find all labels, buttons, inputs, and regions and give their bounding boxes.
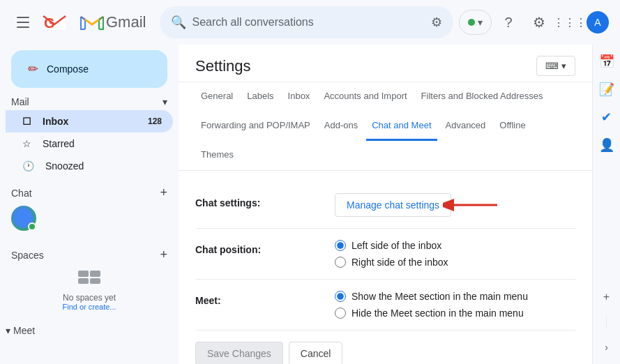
starred-label: Starred — [43, 138, 75, 149]
meet-show-radio[interactable] — [335, 291, 346, 302]
sidebar-item-inbox[interactable]: ☐ Inbox 128 — [6, 110, 173, 132]
position-left-option[interactable]: Left side of the inbox — [335, 240, 575, 251]
add-space-icon[interactable]: + — [160, 248, 167, 262]
chat-settings-label: Chat settings: — [195, 193, 335, 208]
expand-icon[interactable]: + — [596, 286, 618, 308]
tab-labels[interactable]: Labels — [241, 82, 279, 112]
gmail-m-icon: G — [40, 8, 68, 36]
mail-section-header[interactable]: Mail ▾ — [6, 93, 173, 110]
chat-section: Chat + — [0, 177, 179, 239]
find-spaces-link[interactable]: Find or create... — [62, 303, 116, 311]
svg-text:G: G — [44, 15, 55, 31]
red-arrow-annotation — [443, 195, 499, 215]
chat-settings-value: Manage chat settings — [335, 193, 575, 217]
tab-general[interactable]: General — [195, 82, 239, 112]
mail-section: Mail ▾ ☐ Inbox 128 ☆ Starred 🕐 Snooz — [0, 93, 179, 177]
arrow-container: Manage chat settings — [335, 193, 575, 217]
compose-label: Compose — [47, 63, 89, 75]
chevron-icon: ▾ — [162, 96, 167, 107]
meet-options: Show the Meet section in the main menu H… — [335, 291, 575, 319]
cancel-button[interactable]: Cancel — [289, 342, 343, 364]
spaces-header[interactable]: Spaces + — [6, 245, 173, 265]
help-icon[interactable]: ? — [494, 8, 522, 36]
add-chat-icon[interactable]: + — [160, 185, 167, 200]
position-right-label: Right side of the inbox — [351, 257, 448, 268]
settings-title: Settings — [195, 57, 251, 75]
starred-left: ☆ Starred — [22, 138, 75, 149]
tab-forwarding[interactable]: Forwarding and POP/IMAP — [195, 112, 316, 141]
tab-advanced[interactable]: Advanced — [440, 112, 492, 141]
filter-icon[interactable]: ⚙ — [431, 15, 442, 30]
avatar[interactable]: A — [587, 11, 609, 33]
contacts-panel-icon[interactable]: 👤 — [596, 134, 618, 156]
clock-icon: 🕐 — [22, 160, 34, 172]
meet-row: Meet: Show the Meet section in the main … — [195, 280, 575, 331]
manage-chat-settings-button[interactable]: Manage chat settings — [335, 193, 451, 217]
meet-hide-radio[interactable] — [335, 308, 346, 319]
main-layout: ✏ Compose Mail ▾ ☐ Inbox 128 ☆ Starred — [0, 45, 620, 364]
settings-header: Settings ⌨ ▾ — [179, 45, 592, 82]
menu-icon[interactable] — [11, 11, 35, 33]
right-panel: 📅 📝 ✔ 👤 + › — [592, 45, 620, 364]
position-right-option[interactable]: Right side of the inbox — [335, 257, 575, 268]
no-spaces-text: No spaces yet — [63, 293, 116, 303]
sidebar: ✏ Compose Mail ▾ ☐ Inbox 128 ☆ Starred — [0, 45, 179, 364]
settings-content-area: Settings ⌨ ▾ General Labels Inbox Accoun… — [179, 45, 592, 364]
gmail-text: Gmail — [106, 13, 146, 31]
inbox-left: ☐ Inbox — [22, 116, 68, 127]
meet-hide-option[interactable]: Hide the Meet section in the main menu — [335, 308, 575, 319]
search-bar: 🔍 ⚙ — [160, 6, 453, 38]
inbox-label: Inbox — [43, 116, 68, 127]
spaces-section: Spaces + No spaces yet Find or create... — [0, 239, 179, 322]
chevron-down-icon: ▾ — [478, 17, 483, 28]
tab-addons[interactable]: Add-ons — [319, 112, 363, 141]
star-icon: ☆ — [22, 138, 31, 149]
tab-filters[interactable]: Filters and Blocked Addresses — [416, 82, 549, 112]
notes-panel-icon[interactable]: 📝 — [596, 78, 618, 100]
settings-icon[interactable]: ⚙ — [525, 8, 553, 36]
mail-label: Mail — [11, 96, 29, 107]
keyboard-shortcuts-button[interactable]: ⌨ ▾ — [536, 56, 575, 76]
gmail-brand: Gmail — [80, 13, 146, 32]
calendar-panel-icon[interactable]: 📅 — [596, 50, 618, 73]
no-spaces: No spaces yet Find or create... — [6, 265, 173, 317]
meet-show-option[interactable]: Show the Meet section in the main menu — [335, 291, 575, 302]
compose-button[interactable]: ✏ Compose — [11, 50, 167, 88]
chevron-right-icon[interactable]: › — [596, 336, 618, 358]
tab-inbox[interactable]: Inbox — [282, 82, 316, 112]
apps-icon[interactable]: ⋮⋮⋮ — [556, 8, 584, 36]
inbox-icon: ☐ — [22, 116, 31, 127]
tasks-panel-icon[interactable]: ✔ — [596, 106, 618, 128]
vertical-divider — [606, 317, 607, 328]
search-input[interactable] — [192, 16, 425, 29]
keyboard-icon: ⌨ — [545, 61, 559, 71]
meet-hide-label: Hide the Meet section in the main menu — [351, 308, 524, 319]
chat-position-label: Chat position: — [195, 240, 335, 255]
tab-offline[interactable]: Offline — [494, 112, 531, 141]
chevron-icon-meet: ▾ — [6, 325, 10, 336]
meet-settings-label: Meet: — [195, 291, 335, 306]
search-icon: 🔍 — [171, 15, 186, 30]
tab-themes[interactable]: Themes — [195, 141, 239, 170]
status-button[interactable]: ▾ — [459, 10, 492, 35]
meet-show-label: Show the Meet section in the main menu — [351, 291, 528, 302]
tab-accounts[interactable]: Accounts and Import — [318, 82, 412, 112]
chat-label: Chat — [11, 188, 32, 199]
chat-position-options: Left side of the inbox Right side of the… — [335, 240, 575, 268]
meet-label: Meet — [13, 325, 35, 336]
settings-tabs: General Labels Inbox Accounts and Import… — [179, 82, 592, 171]
position-right-radio[interactable] — [335, 257, 346, 268]
meet-section[interactable]: ▾ Meet — [0, 322, 179, 339]
spaces-label: Spaces — [11, 250, 44, 261]
sidebar-item-snoozed[interactable]: 🕐 Snoozed — [6, 155, 173, 177]
sidebar-item-starred[interactable]: ☆ Starred — [6, 132, 173, 155]
position-left-label: Left side of the inbox — [351, 240, 441, 251]
snoozed-label: Snoozed — [45, 160, 84, 172]
gmail-logo: G — [40, 8, 68, 36]
position-left-radio[interactable] — [335, 240, 346, 251]
tab-chat[interactable]: Chat and Meet — [366, 112, 437, 141]
snoozed-left: 🕐 Snoozed — [22, 160, 84, 172]
topbar-actions: ▾ ? ⚙ ⋮⋮⋮ A — [459, 8, 609, 36]
save-changes-button[interactable]: Save Changes — [195, 342, 283, 364]
chat-header[interactable]: Chat + — [6, 183, 173, 203]
